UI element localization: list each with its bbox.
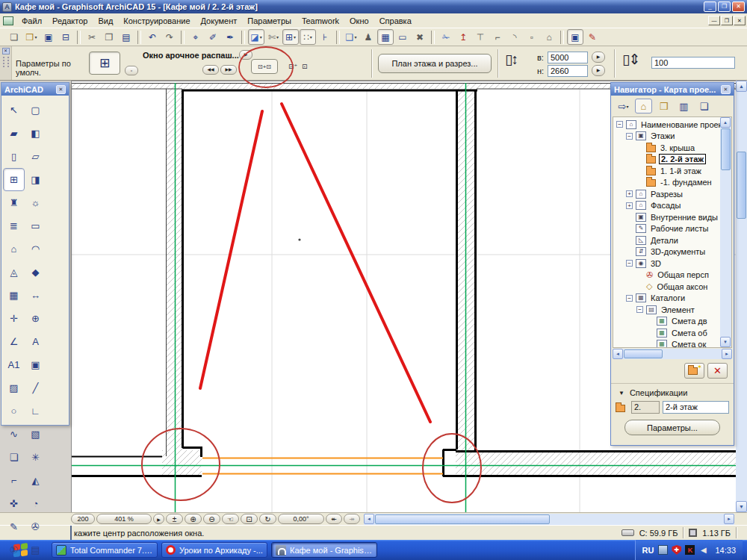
minimize-button[interactable]: _ bbox=[704, 1, 716, 12]
slab-tool[interactable]: ▭ bbox=[25, 214, 46, 237]
tree-expander[interactable]: − bbox=[626, 295, 633, 302]
scroll-down-icon[interactable]: ▼ bbox=[720, 337, 731, 347]
scroll-up-icon[interactable]: ▲ bbox=[720, 117, 731, 128]
scroll-up-icon[interactable]: ▲ bbox=[736, 81, 747, 92]
stair-tool[interactable]: ≣ bbox=[3, 214, 25, 237]
delete-button[interactable]: ✕ bbox=[707, 363, 728, 379]
tree-item-elevations[interactable]: +⌂Фасады bbox=[613, 200, 731, 212]
zone-tool[interactable]: ▣ bbox=[25, 353, 46, 376]
snap-guides-button[interactable]: ✄ bbox=[265, 29, 282, 45]
rotate-view-button[interactable]: ↻ bbox=[259, 514, 276, 524]
tree-item-3d-documents[interactable]: ⇵3D-документы bbox=[613, 246, 731, 258]
pickup-parameters-button[interactable]: ✐ bbox=[205, 29, 221, 45]
navigator-close-icon[interactable]: ✕ bbox=[721, 85, 731, 94]
pan-button[interactable]: ☜ bbox=[222, 514, 239, 524]
door-tool[interactable]: ◧ bbox=[25, 122, 46, 145]
group-button[interactable]: ♟ bbox=[360, 29, 376, 45]
tree-item-schedule-objects[interactable]: ▦Смета об bbox=[613, 327, 731, 339]
redo-button[interactable]: ↷ bbox=[161, 29, 178, 45]
open-button[interactable]: ❒ bbox=[23, 29, 40, 45]
menu-teamwork[interactable]: Teamwork bbox=[297, 15, 344, 27]
coordinates-button[interactable]: ⊞ bbox=[282, 29, 299, 45]
markup-tool[interactable]: ✎ bbox=[3, 515, 25, 538]
tree-expander[interactable]: − bbox=[636, 306, 643, 313]
line-tool[interactable]: ╱ bbox=[25, 376, 46, 399]
cut-button[interactable]: ✂ bbox=[84, 29, 100, 45]
menu-help[interactable]: Справка bbox=[374, 15, 417, 27]
dimension-tool[interactable]: ↔ bbox=[25, 284, 46, 307]
window-height-field[interactable]: 5000 bbox=[548, 52, 588, 63]
network-tray-icon[interactable] bbox=[658, 545, 668, 555]
new-button[interactable]: ❏ bbox=[6, 29, 22, 45]
fit-in-window-button[interactable]: ⊡ bbox=[241, 514, 258, 524]
section-tool[interactable]: ⌐ bbox=[3, 469, 25, 492]
trim-button[interactable]: ⌐ bbox=[489, 29, 506, 45]
grid-element-tool[interactable]: ① bbox=[3, 538, 25, 560]
scroll-down-icon[interactable]: ▼ bbox=[736, 501, 747, 512]
wall-tool[interactable]: ▰ bbox=[3, 122, 25, 145]
save-button[interactable]: ▣ bbox=[40, 29, 57, 45]
menu-design[interactable]: Конструирование bbox=[118, 15, 195, 27]
tree-item-story-roof[interactable]: 3. крыша bbox=[613, 142, 731, 154]
geometry-method-button[interactable]: ⊡+⊡ bbox=[251, 59, 278, 74]
resize-button[interactable]: ▫ bbox=[524, 29, 540, 45]
canvas-vertical-scrollbar[interactable]: ▲ ▼ bbox=[736, 81, 747, 512]
fillet-button[interactable]: ◝ bbox=[506, 29, 523, 45]
tree-expander[interactable]: − bbox=[626, 260, 633, 267]
zoom-in-button[interactable]: ⊕ bbox=[185, 514, 202, 524]
morph-tool[interactable]: ◆ bbox=[25, 261, 46, 284]
zoom-out-button[interactable]: ⊖ bbox=[203, 514, 220, 524]
detail-tool[interactable]: ◔ bbox=[25, 492, 46, 515]
zoom-flyout-button[interactable]: ▶ bbox=[153, 514, 164, 524]
paste-button[interactable]: ▤ bbox=[118, 29, 134, 45]
tree-item-schedule-doors[interactable]: ▦Смета дв bbox=[613, 316, 731, 328]
favorites-button[interactable]: ▫ bbox=[125, 66, 138, 75]
find-select-button[interactable]: ⌖ bbox=[187, 29, 204, 45]
task-opera-lessons[interactable]: Уроки по Архикаду -... bbox=[161, 542, 267, 558]
roof-tool[interactable]: ⌂ bbox=[3, 237, 25, 261]
window-tool-settings-button[interactable]: ⊞ bbox=[89, 52, 120, 75]
pointer-tool[interactable]: ↖ bbox=[3, 99, 25, 122]
volume-tray-icon[interactable]: ◀ bbox=[698, 545, 708, 555]
view-map-button[interactable]: ❒ bbox=[655, 99, 672, 113]
canvas-horizontal-scrollbar[interactable]: ◄ ► bbox=[364, 514, 734, 525]
ruler-button[interactable]: ▭ bbox=[394, 29, 411, 45]
marquee-tool[interactable]: ▢ bbox=[25, 99, 46, 122]
infobox-dock-handle[interactable]: ✕ bbox=[0, 46, 12, 80]
menu-options[interactable]: Параметры bbox=[242, 15, 297, 27]
sill-height-field[interactable]: 100 bbox=[651, 57, 735, 69]
infobox-close-icon[interactable]: ✕ bbox=[2, 48, 10, 55]
scrollbar-thumb[interactable] bbox=[375, 514, 550, 524]
hotspot-tool[interactable]: ✳ bbox=[25, 446, 46, 469]
tree-item-axonometry[interactable]: ◇Общая аксон bbox=[613, 281, 731, 293]
floor-plan-section-button[interactable]: План этажа и разрез... bbox=[378, 54, 492, 73]
tree-item-story-1[interactable]: 1. 1-й этаж bbox=[613, 165, 731, 177]
level-dimension-tool[interactable]: ✛ bbox=[3, 307, 25, 330]
tree-item-stories[interactable]: −▣Этажи bbox=[613, 131, 731, 143]
scrollbar-thumb[interactable] bbox=[624, 349, 663, 358]
close-button[interactable]: ✕ bbox=[732, 1, 745, 12]
next-zoom-button[interactable]: ↠ bbox=[344, 514, 360, 524]
text-tool[interactable]: A bbox=[25, 330, 46, 353]
arrange-button[interactable]: ❑ bbox=[343, 29, 359, 45]
scale-button[interactable]: 200 bbox=[71, 514, 95, 524]
column-tool[interactable]: ▯ bbox=[3, 145, 25, 168]
tree-item-schedule-windows[interactable]: ▦Смета ок bbox=[613, 339, 731, 349]
next-part-button[interactable]: ▶▶ bbox=[220, 65, 237, 75]
width-flyout-button[interactable]: ▶ bbox=[592, 65, 605, 76]
previous-zoom-button[interactable]: ↞ bbox=[326, 514, 342, 524]
polyline-tool[interactable]: ∟ bbox=[25, 399, 46, 423]
tree-item-project-root[interactable]: −⌂Наименование проек bbox=[613, 119, 731, 131]
scroll-left-icon[interactable]: ◄ bbox=[613, 349, 623, 359]
scroll-left-icon[interactable]: ◄ bbox=[364, 514, 374, 524]
restore-button[interactable]: ❐ bbox=[718, 1, 731, 12]
drawing-tool[interactable]: ❏ bbox=[3, 446, 25, 469]
change-marker-tool[interactable]: ✜ bbox=[3, 492, 25, 515]
tree-item-sections[interactable]: +⌂Разрезы bbox=[613, 188, 731, 200]
highlight-selection-button[interactable]: ▣ bbox=[567, 29, 583, 45]
window-tool[interactable]: ⊞ bbox=[3, 168, 25, 191]
project-chooser-button[interactable]: ⇨ bbox=[615, 99, 632, 113]
elevation-tool[interactable]: ◭ bbox=[25, 469, 46, 492]
language-indicator[interactable]: RU bbox=[642, 546, 654, 555]
geometry-method-icon[interactable]: ⊡⁺ bbox=[288, 63, 297, 70]
